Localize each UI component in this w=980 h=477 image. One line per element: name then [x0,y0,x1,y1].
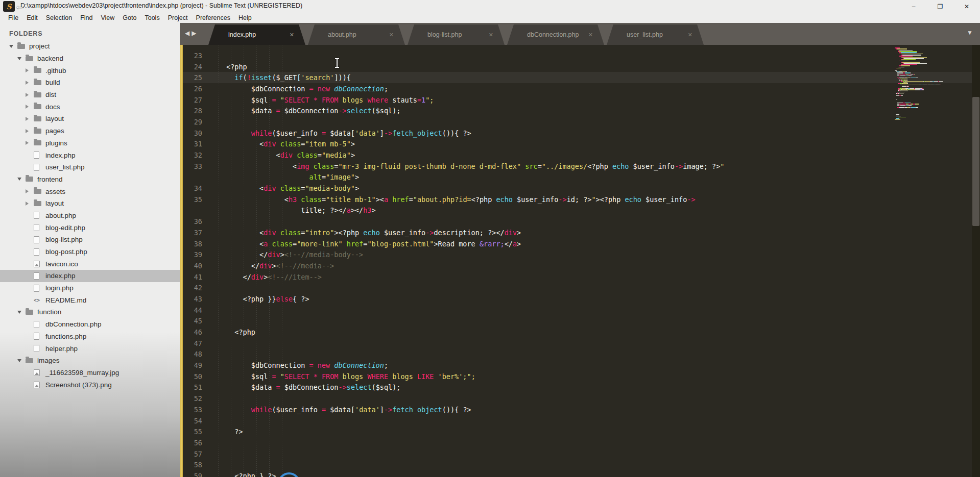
code-line-59[interactable]: 59 <?php } ?> [183,470,980,477]
menu-item-tools[interactable]: Tools [140,13,163,22]
sidebar-file-screenshot (373).png[interactable]: Screenshot (373).png [0,379,180,391]
sidebar-file-_116623598_murray.jpg[interactable]: _116623598_murray.jpg [0,367,180,379]
code-line-47[interactable]: 47 [183,338,980,349]
code-line-46[interactable]: 46 <?php [183,327,980,338]
menu-item-selection[interactable]: Selection [42,13,76,22]
tab-close-icon[interactable]: ✕ [389,32,394,38]
code-line-44[interactable]: 44 [183,305,980,316]
minimize-button[interactable]: – [900,0,927,13]
code-line-53[interactable]: 53 while($user_info = $data['data']->fet… [183,404,980,415]
code-line-26[interactable]: 26 $dbConnection = new dbConnection; [183,83,980,94]
code-line-25[interactable]: 25 if(!isset($_GET['search'])){ [183,72,980,83]
tab-close-icon[interactable]: ✕ [588,32,593,38]
code-line-49[interactable]: 49 $dbConnection = new dbConnection; [183,360,980,371]
code-line-56[interactable]: 56 [183,437,980,448]
code-line-42[interactable]: 42 [183,282,980,293]
sidebar-file-favicon.ico[interactable]: favicon.ico [0,258,180,270]
code-line-30[interactable]: 30 while($user_info = $data['data']->fet… [183,128,980,139]
sidebar-file-blog-edit.php[interactable]: blog-edit.php [0,221,180,234]
collapsed-arrow-icon[interactable] [26,117,34,121]
code-line-39[interactable]: 39 </div><!--//media-body--> [183,249,980,260]
code-line-35[interactable]: 35 <h3 class="title mb-1"><a href="about… [183,194,980,205]
sidebar-folder-layout[interactable]: layout [0,113,180,125]
collapsed-arrow-icon[interactable] [26,93,34,97]
code-line-43[interactable]: 43 <?php }}else{ ?> [183,293,980,305]
menu-item-view[interactable]: View [97,13,118,22]
code-line-57[interactable]: 57 [183,448,980,460]
code-line-50[interactable]: 50 $sql = "SELECT * FROM blogs WHERE blo… [183,371,980,382]
tab-user_list.php[interactable]: user_list.php✕ [607,24,704,45]
expanded-arrow-icon[interactable] [17,359,26,362]
sidebar-file-readme.md[interactable]: <>README.md [0,294,180,306]
sidebar-folder-plugins[interactable]: plugins [0,137,180,149]
sidebar-file-functions.php[interactable]: functions.php [0,331,180,343]
sidebar-folder-build[interactable]: build [0,77,180,89]
sidebar-folder-function[interactable]: function [0,306,180,318]
tab-blog-list.php[interactable]: blog-list.php✕ [408,24,505,45]
sidebar-folder-.github[interactable]: .github [0,64,180,77]
tab-close-icon[interactable]: ✕ [688,32,692,38]
sidebar-file-dbconnection.php[interactable]: dbConnection.php [0,318,180,331]
sidebar-folder-layout[interactable]: layout [0,197,180,210]
code-line-55[interactable]: 55 ?> [183,426,980,437]
expanded-arrow-icon[interactable] [17,57,26,60]
code-line-wrap[interactable]: title; ?></a></h3> [183,205,980,216]
code-line-33[interactable]: 33 <img class="mr-3 img-fluid post-thumb… [183,161,980,172]
menu-item-preferences[interactable]: Preferences [192,13,234,22]
tab-scroll-left-icon[interactable]: ◀ [185,30,189,37]
collapsed-arrow-icon[interactable] [26,129,34,133]
code-editor[interactable]: 2324<?php25 if(!isset($_GET['search'])){… [183,45,980,477]
sidebar-folder-docs[interactable]: docs [0,101,180,113]
code-line-51[interactable]: 51 $data = $dbConnection->select($sql); [183,382,980,393]
folders-sidebar[interactable]: FOLDERS projectbackend.githubbuilddistdo… [0,23,180,477]
code-line-54[interactable]: 54 [183,415,980,426]
code-line-38[interactable]: 38 <a class="more-link" href="blog-post.… [183,238,980,249]
tab-dbConnection.php[interactable]: dbConnection.php✕ [507,24,604,45]
tab-close-icon[interactable]: ✕ [489,32,493,38]
sidebar-folder-assets[interactable]: assets [0,185,180,197]
restore-button[interactable]: ❐ [927,0,953,13]
tab-scroll-right-icon[interactable]: ▶ [192,30,196,37]
sidebar-file-index.php[interactable]: index.php [0,149,180,161]
tab-overflow-menu-icon[interactable]: ▼ [967,29,973,36]
code-line-34[interactable]: 34 <div class="media-body"> [183,183,980,194]
code-line-48[interactable]: 48 [183,349,980,360]
code-line-32[interactable]: 32 <div class="media"> [183,149,980,161]
sidebar-folder-images[interactable]: images [0,355,180,367]
minimap[interactable] [895,47,971,120]
tab-index.php[interactable]: index.php✕ [208,24,305,45]
code-line-40[interactable]: 40 </div><!--//media--> [183,260,980,271]
code-line-24[interactable]: 24<?php [183,61,980,72]
code-line-41[interactable]: 41 </div><!--//item--> [183,271,980,283]
menu-item-file[interactable]: File [4,13,22,22]
expanded-arrow-icon[interactable] [9,45,17,48]
sidebar-file-index.php[interactable]: index.php [0,270,180,282]
sidebar-folder-pages[interactable]: pages [0,125,180,137]
sidebar-folder-frontend[interactable]: frontend [0,173,180,186]
code-line-wrap[interactable]: alt="image"> [183,172,980,183]
menu-item-find[interactable]: Find [76,13,97,22]
sidebar-file-about.php[interactable]: about.php [0,210,180,222]
menu-item-project[interactable]: Project [164,13,192,22]
tab-about.php[interactable]: about.php✕ [308,24,405,45]
code-line-58[interactable]: 58 [183,459,980,470]
collapsed-arrow-icon[interactable] [26,202,34,206]
sidebar-file-blog-post.php[interactable]: blog-post.php [0,246,180,258]
collapsed-arrow-icon[interactable] [26,189,34,193]
collapsed-arrow-icon[interactable] [26,81,34,85]
code-line-28[interactable]: 28 $data = $dbConnection->select($sql); [183,105,980,116]
collapsed-arrow-icon[interactable] [26,68,34,72]
menu-item-help[interactable]: Help [234,13,256,22]
expanded-arrow-icon[interactable] [17,311,26,314]
close-button[interactable]: ✕ [953,0,980,13]
code-line-45[interactable]: 45 [183,316,980,327]
collapsed-arrow-icon[interactable] [26,141,34,145]
menu-item-edit[interactable]: Edit [22,13,42,22]
code-line-37[interactable]: 37 <div class="intro"><?php echo $user_i… [183,227,980,238]
sidebar-file-user_list.php[interactable]: user_list.php [0,161,180,173]
expanded-arrow-icon[interactable] [17,178,26,181]
vertical-scrollbar-thumb[interactable] [972,97,979,226]
code-lines[interactable]: 2324<?php25 if(!isset($_GET['search'])){… [183,50,980,477]
tab-close-icon[interactable]: ✕ [290,32,294,38]
sidebar-folder-project[interactable]: project [0,40,180,53]
